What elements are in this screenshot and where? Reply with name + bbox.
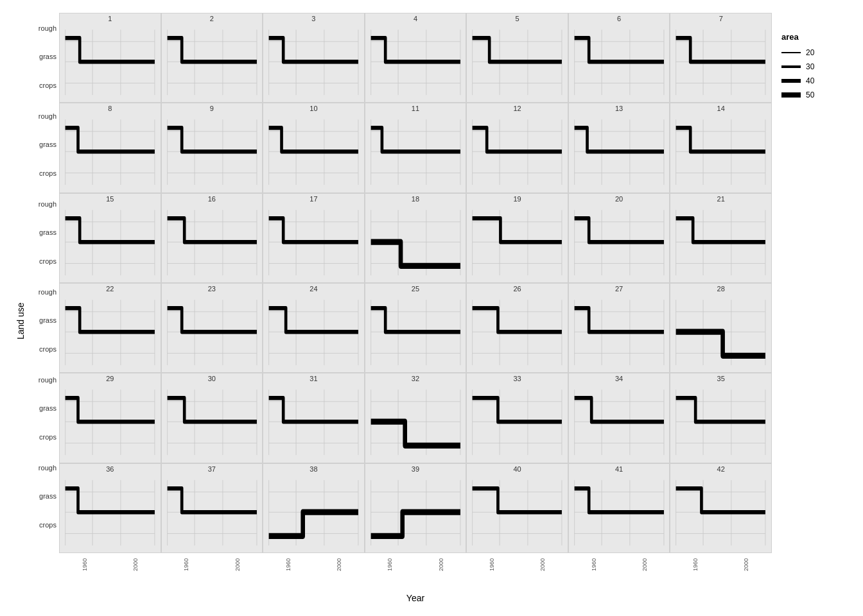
- y-tick-grass: grass: [27, 492, 59, 500]
- facet-cell-35: 35: [670, 373, 772, 463]
- legend: area 20304050: [772, 13, 849, 603]
- facet-inner-33: [468, 384, 566, 461]
- facet-svg-7: [672, 24, 770, 101]
- facet-inner-34: [570, 384, 668, 461]
- y-tick-grass: grass: [27, 404, 59, 412]
- facet-cell-1: 1: [59, 13, 161, 103]
- facet-svg-35: [672, 384, 770, 461]
- x-axis-cell-3: 19602000: [365, 553, 467, 592]
- y-tick-crops: crops: [27, 169, 59, 177]
- facet-svg-10: [265, 114, 363, 191]
- facet-number-19: 19: [467, 195, 568, 203]
- facet-inner-32: [367, 384, 465, 461]
- facet-svg-27: [570, 294, 668, 371]
- legend-title: area: [781, 32, 842, 42]
- facet-number-30: 30: [162, 375, 263, 382]
- facet-inner-4: [367, 24, 465, 101]
- facet-svg-41: [570, 474, 668, 551]
- facet-number-38: 38: [263, 465, 364, 473]
- facet-number-9: 9: [162, 105, 263, 112]
- facet-svg-1: [61, 24, 159, 101]
- facet-svg-3: [265, 24, 363, 101]
- facet-cell-23: 23: [161, 283, 263, 373]
- facet-cell-24: 24: [263, 283, 365, 373]
- facet-cell-39: 39: [365, 463, 467, 553]
- facet-number-26: 26: [467, 285, 568, 293]
- facet-number-23: 23: [162, 285, 263, 293]
- facet-number-28: 28: [670, 285, 771, 293]
- facet-svg-6: [570, 24, 668, 101]
- facet-inner-5: [468, 24, 566, 101]
- x-axis-cell-1: 19602000: [161, 553, 263, 592]
- y-tick-rough: rough: [27, 464, 59, 472]
- facet-number-41: 41: [569, 465, 670, 473]
- facet-number-33: 33: [467, 375, 568, 382]
- facet-cell-9: 9: [161, 103, 263, 193]
- facet-inner-38: [265, 474, 363, 551]
- facet-number-18: 18: [365, 195, 466, 203]
- facet-cell-42: 42: [670, 463, 772, 553]
- facet-number-8: 8: [60, 105, 161, 112]
- facet-number-31: 31: [263, 375, 364, 382]
- x-tick-label-1960: 1960: [591, 554, 597, 575]
- facet-number-13: 13: [569, 105, 670, 112]
- y-axis-label: Land use: [14, 13, 27, 603]
- facet-svg-11: [367, 114, 465, 191]
- facet-cell-22: 22: [59, 283, 161, 373]
- facet-number-29: 29: [60, 375, 161, 382]
- facet-number-20: 20: [569, 195, 670, 203]
- facet-cell-25: 25: [365, 283, 467, 373]
- facet-inner-37: [163, 474, 261, 551]
- y-tick-rough: rough: [27, 200, 59, 208]
- facet-number-15: 15: [60, 195, 161, 203]
- facet-number-32: 32: [365, 375, 466, 382]
- facet-inner-22: [61, 294, 159, 371]
- facet-inner-9: [163, 114, 261, 191]
- facet-inner-23: [163, 294, 261, 371]
- facet-number-5: 5: [467, 15, 568, 22]
- y-tick-rough: rough: [27, 288, 59, 296]
- facet-inner-30: [163, 384, 261, 461]
- x-tick-label-1960: 1960: [387, 554, 393, 575]
- facet-cell-15: 15: [59, 193, 161, 283]
- facet-inner-13: [570, 114, 668, 191]
- facet-cell-7: 7: [670, 13, 772, 103]
- facet-svg-37: [163, 474, 261, 551]
- facet-svg-22: [61, 294, 159, 371]
- x-tick-label-1960: 1960: [489, 554, 495, 575]
- facet-svg-19: [468, 204, 566, 281]
- facet-inner-31: [265, 384, 363, 461]
- facet-inner-1: [61, 24, 159, 101]
- y-tick-crops: crops: [27, 345, 59, 353]
- facet-number-6: 6: [569, 15, 670, 22]
- facet-inner-16: [163, 204, 261, 281]
- facet-number-17: 17: [263, 195, 364, 203]
- facet-svg-25: [367, 294, 465, 371]
- facet-number-14: 14: [670, 105, 771, 112]
- x-tick-label-1960: 1960: [82, 554, 88, 575]
- x-tick-label-1960: 1960: [692, 554, 699, 575]
- facet-number-36: 36: [60, 465, 161, 473]
- facet-path-39: [370, 512, 460, 536]
- facet-inner-42: [672, 474, 770, 551]
- facet-svg-36: [61, 474, 159, 551]
- facet-inner-19: [468, 204, 566, 281]
- facet-number-21: 21: [670, 195, 771, 203]
- facet-svg-4: [367, 24, 465, 101]
- facet-svg-9: [163, 114, 261, 191]
- y-label-row-0: roughgrasscrops: [27, 14, 59, 100]
- facet-cell-38: 38: [263, 463, 365, 553]
- facet-inner-25: [367, 294, 465, 371]
- facet-cell-34: 34: [568, 373, 670, 463]
- legend-line-30: [781, 65, 801, 68]
- facet-path-28: [676, 332, 765, 355]
- y-tick-crops: crops: [27, 521, 59, 529]
- x-tick-label-2000: 2000: [539, 554, 546, 575]
- chart-container: Land use roughgrasscropsroughgrasscropsr…: [14, 13, 849, 603]
- facet-inner-8: [61, 114, 159, 191]
- x-tick-label-2000: 2000: [641, 554, 648, 575]
- facet-cell-5: 5: [466, 13, 568, 103]
- facet-svg-2: [163, 24, 261, 101]
- x-tick-label-1960: 1960: [183, 554, 189, 575]
- facet-inner-3: [265, 24, 363, 101]
